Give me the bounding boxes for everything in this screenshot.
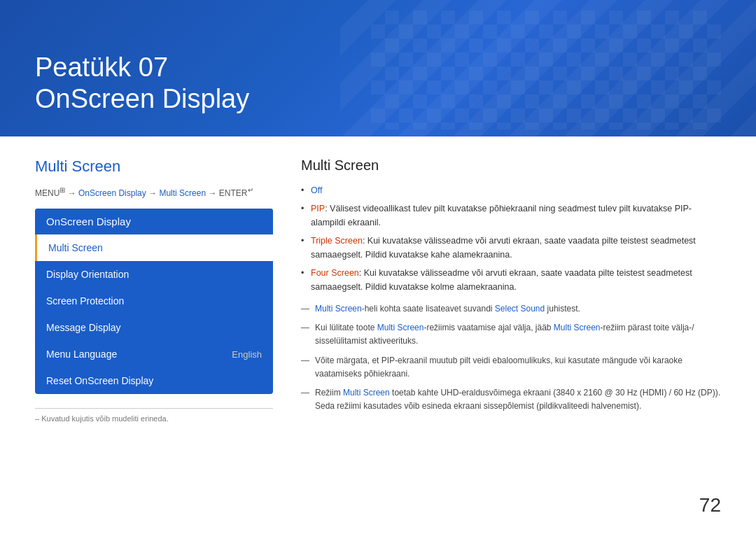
chapter-label: Peatükk 07 [35,52,168,82]
bullet-off: Off [301,183,721,197]
menu-item-reset[interactable]: Reset OnScreen Display [35,367,273,394]
arrow-3: → [208,188,218,198]
note1-ss: Select Sound [495,304,545,314]
note-1: Multi Screen-heli kohta saate lisateavet… [301,302,721,316]
arrow-1: → [68,188,78,198]
bullet-pip: PIP: Välisest videoallikast tulev pilt k… [301,202,721,230]
note-4: Režiim Multi Screen toetab kahte UHD-era… [301,386,721,413]
path-enter: ENTER↵ [219,188,253,198]
pip-text: : Välisest videoallikast tulev pilt kuva… [311,204,692,227]
menu-path: MENU⊞ → OnScreen Display → Multi Screen … [35,186,273,198]
page-number: 72 [699,494,721,517]
menu-item-label: Reset OnScreen Display [46,375,153,386]
menu-box-header: OnScreen Display [35,209,273,234]
diamond-pattern [371,10,721,129]
menu-prefix: MENU⊞ [35,188,65,198]
path-multiscreen: Multi Screen [159,188,206,198]
menu-item-messagedisplay[interactable]: Message Display [35,314,273,341]
bullet-triple: Triple Screen: Kui kuvatakse välisseadme… [301,234,721,262]
note1-text: -heli kohta saate lisateavet suvandi [362,304,495,314]
path-onscreen: OnScreen Display [78,188,146,198]
arrow-2: → [148,188,159,198]
menu-item-label: Screen Protection [46,295,124,307]
footnote-text: – Kuvatud kujutis võib mudeliti erineda. [35,414,273,423]
right-column: Multi Screen Off PIP: Välisest videoalli… [301,157,721,423]
note2-pre: Kui lülitate toote [315,323,377,332]
header-title: Peatükk 07 OnScreen Display [35,52,249,115]
note4-ms: Multi Screen [343,388,390,398]
right-title: Multi Screen [301,157,721,174]
pip-label: PIP [311,204,325,213]
menu-item-multiscreen[interactable]: Multi Screen [35,234,273,261]
menu-item-label: Menu Language [46,349,117,360]
menu-box: OnScreen Display Multi Screen Display Or… [35,209,273,394]
menu-item-label: Message Display [46,322,121,333]
chapter-subtitle: OnScreen Display [35,84,249,113]
four-label: Four Screen [311,268,359,278]
menu-item-value: English [232,349,262,360]
triple-label: Triple Screen [311,236,363,246]
note-2: Kui lülitate toote Multi Screen-režiimis… [301,321,721,348]
four-text: : Kui kuvatakse välisseadme või arvuti e… [311,268,692,292]
menu-item-displayorientation[interactable]: Display Orientation [35,261,273,288]
menu-item-label: Display Orientation [46,269,129,280]
note-3: Võite märgata, et PIP-ekraanil muutub pi… [301,354,721,381]
note4-pre: Režiim [315,388,343,398]
left-section-title: Multi Screen [35,157,273,176]
menu-item-label: Multi Screen [48,242,103,253]
note1-end: juhistest. [545,304,580,314]
note3-text: Võite märgata, et PIP-ekraanil muutub pi… [315,356,682,379]
bullet-list: Off PIP: Välisest videoallikast tulev pi… [301,183,721,294]
note2-ms2: Multi Screen [554,323,601,332]
off-label: Off [311,185,322,195]
note2-ms1: Multi Screen [377,323,424,332]
content-area: Multi Screen MENU⊞ → OnScreen Display → … [0,136,756,437]
bullet-four: Four Screen: Kui kuvatakse välisseadme v… [301,266,721,294]
left-column: Multi Screen MENU⊞ → OnScreen Display → … [35,157,273,423]
header-banner: Peatükk 07 OnScreen Display [0,0,756,136]
note2-mid: -režiimis vaatamise ajal välja, jääb [424,323,553,332]
note1-ms: Multi Screen [315,304,362,314]
menu-item-screenprotection[interactable]: Screen Protection [35,288,273,314]
triple-text: : Kui kuvatakse välisseadme või arvuti e… [311,236,696,260]
footnote-section: – Kuvatud kujutis võib mudeliti erineda. [35,408,273,423]
menu-item-menulanguage[interactable]: Menu Language English [35,341,273,367]
